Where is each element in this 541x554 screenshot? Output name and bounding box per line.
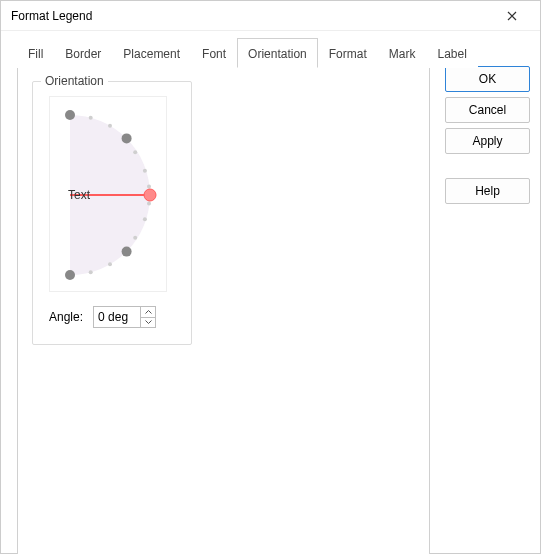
tab-panel-orientation: Orientation [17,66,430,554]
angle-step-down[interactable] [141,318,155,328]
svg-point-15 [144,189,156,201]
svg-point-8 [108,262,112,266]
dial-text-label: Text [68,188,91,202]
svg-point-3 [143,169,147,173]
tab-mark[interactable]: Mark [378,40,427,68]
angle-row: Angle: [49,306,175,328]
orientation-group-label: Orientation [41,74,108,88]
angle-input[interactable] [94,307,140,327]
tab-format[interactable]: Format [318,40,378,68]
window-title: Format Legend [11,9,492,23]
chevron-up-icon [145,310,152,314]
tab-label[interactable]: Label [426,40,477,68]
angle-spinner-arrows [140,307,155,327]
tab-strip: Fill Border Placement Font Orientation F… [17,40,478,68]
dialog-content: Fill Border Placement Font Orientation F… [1,31,540,553]
tab-font[interactable]: Font [191,40,237,68]
svg-point-7 [133,236,137,240]
tab-border[interactable]: Border [54,40,112,68]
angle-dial[interactable]: Text [49,96,167,292]
apply-button[interactable]: Apply [445,128,530,154]
svg-point-4 [147,185,151,189]
dialog-buttons: OK Cancel Apply Help [445,66,530,204]
chevron-down-icon [145,320,152,324]
orientation-group: Orientation [32,81,192,345]
svg-point-5 [147,201,151,205]
svg-point-6 [143,217,147,221]
cancel-button[interactable]: Cancel [445,97,530,123]
close-button[interactable] [492,2,532,30]
svg-point-11 [122,133,132,143]
svg-point-12 [122,247,132,257]
tab-orientation[interactable]: Orientation [237,38,318,68]
angle-spinner[interactable] [93,306,156,328]
svg-point-10 [65,110,75,120]
svg-point-2 [133,150,137,154]
tab-placement[interactable]: Placement [112,40,191,68]
svg-point-0 [89,116,93,120]
angle-label: Angle: [49,310,83,324]
help-button[interactable]: Help [445,178,530,204]
angle-step-up[interactable] [141,307,155,318]
ok-button[interactable]: OK [445,66,530,92]
format-legend-dialog: Format Legend Fill Border Placement Font… [0,0,541,554]
tab-fill[interactable]: Fill [17,40,54,68]
close-icon [507,11,517,21]
svg-point-9 [89,270,93,274]
svg-point-1 [108,124,112,128]
angle-dial-graphic: Text [50,97,168,293]
svg-point-13 [65,270,75,280]
titlebar: Format Legend [1,1,540,31]
